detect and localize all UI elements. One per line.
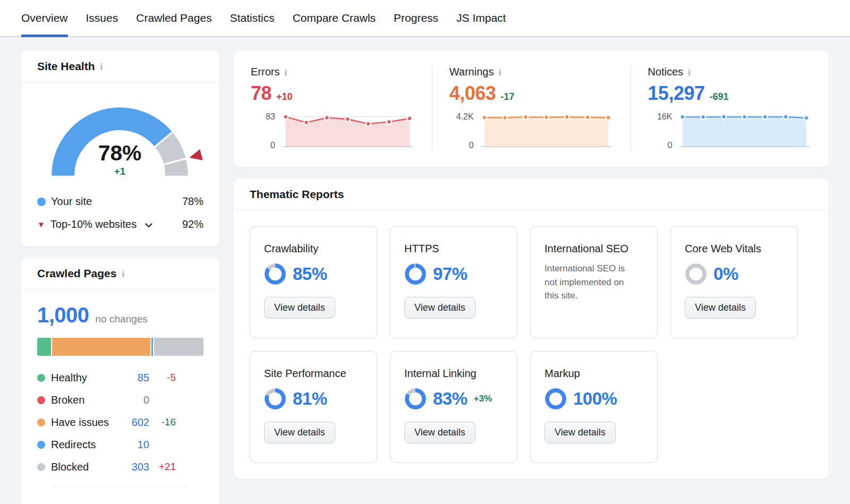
- view-details-button[interactable]: View details: [404, 297, 475, 319]
- card-divider: [53, 486, 188, 504]
- markup-label: Markup: [545, 368, 643, 380]
- notices-delta: -691: [709, 91, 728, 102]
- tab-js-impact[interactable]: JS Impact: [456, 0, 506, 36]
- healthy-value-link[interactable]: 85: [118, 372, 149, 384]
- legend-row-top10[interactable]: ▼ Top-10% websites 92%: [37, 213, 203, 236]
- top10-value: 92%: [182, 218, 203, 230]
- svg-text:+1: +1: [114, 166, 125, 177]
- crawled-total-note: no changes: [96, 313, 148, 325]
- view-details-button[interactable]: View details: [264, 422, 335, 443]
- have-issues-value-link[interactable]: 602: [118, 416, 149, 429]
- site-performance-label: Site Performance: [264, 368, 363, 380]
- thematic-card-markup: Markup 100% View details: [530, 351, 658, 463]
- tab-compare-crawls[interactable]: Compare Crawls: [293, 0, 376, 36]
- broken-value: 0: [118, 394, 149, 406]
- broken-dot-icon: [37, 396, 45, 404]
- core-web-vitals-donut-icon: [685, 263, 707, 285]
- international-seo-message: International SEO is not implemented on …: [545, 262, 638, 303]
- thematic-card-core-web-vitals: Core Web Vitals 0% View details: [670, 226, 798, 338]
- svg-text:78%: 78%: [98, 141, 142, 165]
- markup-donut-icon: [545, 388, 567, 410]
- site-health-card: Site Health i 78% +1 Your site 78%: [21, 51, 219, 246]
- broken-label: Broken: [51, 394, 118, 406]
- thematic-card-https: HTTPS 97% View details: [390, 226, 517, 338]
- crawled-pages-title: Crawled Pages: [37, 267, 116, 280]
- warnings-stat: Warnings i 4,063 -17 4.2K 0: [432, 66, 631, 151]
- international-seo-label: International SEO: [545, 243, 643, 255]
- https-label: HTTPS: [404, 243, 503, 255]
- legend-row-blocked: Blocked 303 +21: [37, 456, 176, 478]
- tab-issues[interactable]: Issues: [86, 0, 118, 36]
- thematic-card-internal-linking: Internal Linking 83% +3% View details: [390, 351, 517, 463]
- info-icon[interactable]: i: [100, 62, 103, 72]
- notices-label: Notices: [648, 66, 683, 78]
- crawlability-label: Crawlability: [264, 243, 363, 255]
- have-issues-label: Have issues: [51, 416, 118, 429]
- crawled-pages-card: Crawled Pages i 1,000 no changes Healthy…: [21, 258, 219, 504]
- info-icon[interactable]: i: [122, 269, 124, 279]
- issues-summary-card: Errors i 78 +10 83 0: [234, 51, 829, 167]
- https-donut-icon: [404, 263, 427, 285]
- crawled-stacked-bar: [37, 338, 203, 356]
- view-details-button[interactable]: View details: [545, 422, 616, 443]
- notices-sparkline-chart: [677, 112, 812, 151]
- blocked-value-link[interactable]: 303: [118, 461, 149, 473]
- warnings-value-link[interactable]: 4,063: [449, 82, 496, 105]
- bar-segment-blocked: [153, 338, 203, 356]
- notices-ymax-label: 16K: [657, 112, 672, 122]
- thematic-card-crawlability: Crawlability 85% View details: [250, 226, 377, 338]
- info-icon[interactable]: i: [284, 67, 287, 78]
- site-health-gauge: 78% +1: [21, 82, 219, 187]
- legend-row-broken: Broken 0: [37, 389, 176, 411]
- bar-segment-healthy: [37, 338, 51, 356]
- info-icon[interactable]: i: [498, 67, 501, 78]
- internal-linking-donut-icon: [404, 388, 427, 410]
- info-icon[interactable]: i: [688, 67, 691, 78]
- tab-statistics[interactable]: Statistics: [230, 0, 275, 36]
- internal-linking-percent: 83%: [433, 389, 468, 409]
- your-site-dot-icon: [37, 198, 46, 206]
- warnings-sparkline-chart: [479, 112, 614, 151]
- crawlability-percent: 85%: [293, 264, 327, 284]
- errors-delta: +10: [276, 91, 293, 102]
- view-details-button[interactable]: View details: [685, 297, 756, 319]
- site-performance-donut-icon: [264, 388, 286, 410]
- errors-sparkline-chart: [280, 112, 415, 151]
- top10-label: Top-10% websites: [50, 218, 137, 230]
- healthy-label: Healthy: [51, 372, 118, 384]
- healthy-delta: -5: [149, 372, 176, 383]
- warnings-label: Warnings: [449, 66, 494, 78]
- chevron-down-icon[interactable]: [145, 223, 152, 228]
- site-performance-percent: 81%: [293, 389, 327, 409]
- tab-crawled-pages[interactable]: Crawled Pages: [136, 0, 211, 36]
- notices-value-link[interactable]: 15,297: [648, 82, 704, 105]
- core-web-vitals-percent: 0%: [713, 264, 738, 284]
- redirects-label: Redirects: [51, 439, 118, 451]
- crawled-total-link[interactable]: 1,000: [37, 303, 89, 327]
- markup-percent: 100%: [573, 389, 617, 409]
- crawlability-donut-icon: [264, 263, 286, 285]
- warnings-ymin-label: 0: [469, 141, 474, 150]
- errors-value-link[interactable]: 78: [251, 82, 271, 105]
- blocked-delta: +21: [149, 461, 176, 473]
- audit-tab-bar: Overview Issues Crawled Pages Statistics…: [0, 0, 850, 37]
- warnings-ymax-label: 4.2K: [456, 112, 474, 122]
- redirects-value-link[interactable]: 10: [118, 439, 149, 451]
- triangle-down-icon: ▼: [37, 220, 45, 229]
- internal-linking-label: Internal Linking: [404, 368, 503, 380]
- healthy-dot-icon: [37, 374, 45, 382]
- tab-progress[interactable]: Progress: [394, 0, 438, 36]
- warnings-delta: -17: [500, 91, 514, 102]
- notices-ymin-label: 0: [667, 141, 672, 150]
- view-details-button[interactable]: View details: [404, 422, 475, 443]
- notices-stat: Notices i 15,297 -691 16K 0: [630, 66, 829, 151]
- view-details-button[interactable]: View details: [264, 297, 335, 319]
- blocked-label: Blocked: [51, 461, 118, 473]
- site-health-title: Site Health: [37, 60, 95, 73]
- have-issues-dot-icon: [37, 418, 45, 426]
- legend-row-redirects: Redirects 10: [37, 433, 176, 456]
- thematic-reports-title: Thematic Reports: [250, 188, 344, 201]
- tab-overview[interactable]: Overview: [21, 0, 68, 36]
- errors-label: Errors: [251, 66, 279, 78]
- have-issues-delta: -16: [149, 416, 176, 428]
